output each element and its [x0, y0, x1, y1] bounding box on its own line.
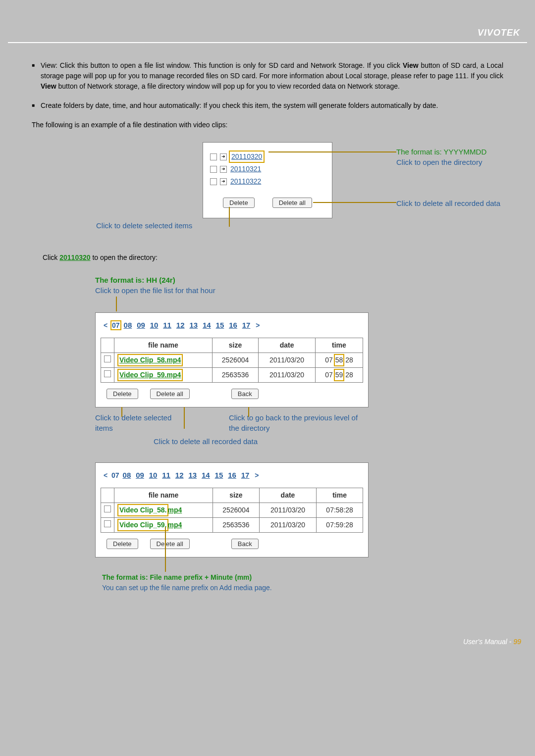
checkbox[interactable]: [104, 370, 111, 377]
cell-date: 2011/03/20: [259, 368, 316, 383]
cell-time: 07:58:28: [317, 503, 363, 518]
hour-link[interactable]: 12: [175, 471, 184, 479]
dir-row: ➜ 20110322: [210, 176, 325, 187]
back-button[interactable]: Back: [231, 389, 259, 399]
col-filename: file name: [114, 338, 213, 353]
cell-size: 2563536: [212, 368, 258, 383]
hour-link[interactable]: 14: [203, 321, 211, 329]
checkbox[interactable]: [210, 153, 217, 160]
callout-line: [268, 151, 396, 152]
cell-date: 2011/03/20: [259, 503, 316, 518]
annotation-mm-format: The format is: File name prefix + Minute…: [102, 572, 503, 593]
hour-link[interactable]: 10: [149, 471, 158, 479]
file-table: file name size date time Video Clip_58.m…: [101, 338, 363, 383]
col-size: size: [212, 338, 258, 353]
cell-date: 2011/03/20: [259, 353, 316, 368]
hour-link[interactable]: 08: [123, 471, 131, 479]
hour-link[interactable]: 11: [163, 321, 171, 329]
file-link[interactable]: Video Clip_59.mp4: [118, 521, 182, 529]
hour-07[interactable]: 07: [112, 321, 120, 329]
file-link[interactable]: Video Clip_58.mp4: [118, 506, 182, 514]
hour-link[interactable]: 12: [176, 321, 185, 329]
delete-button[interactable]: Delete: [107, 539, 138, 549]
annotation-row-2: Click to delete selected items Click to …: [95, 412, 373, 433]
callout-line: [116, 297, 117, 311]
figure-directory: ➜ 20110320 ➜ 20110321 ➜ 20110322 Delete …: [32, 142, 503, 218]
delete-all-button[interactable]: Delete all: [150, 539, 190, 549]
dir-link-20110320[interactable]: 20110320: [231, 152, 263, 160]
file-list-box-2: < 07 08 09 10 11 12 13 14 15 16 17 >: [95, 462, 369, 558]
checkbox[interactable]: [210, 166, 217, 173]
hour-07[interactable]: 07: [111, 471, 119, 479]
annotation-hh-format: The format is: HH (24r) Click to open th…: [95, 275, 503, 296]
cell-size: 2526004: [212, 353, 258, 368]
checkbox[interactable]: [210, 178, 217, 185]
col-date: date: [259, 338, 316, 353]
delete-button[interactable]: Delete: [223, 198, 255, 208]
hour-link[interactable]: 15: [216, 321, 224, 329]
page-footer: User's Manual - 99: [0, 613, 535, 660]
cell-time: 07 58 28: [315, 353, 363, 368]
hour-link[interactable]: 17: [242, 321, 251, 329]
delete-all-button[interactable]: Delete all: [150, 389, 190, 399]
callout-line: [229, 207, 230, 227]
header-rule: [8, 42, 527, 43]
hour-link[interactable]: 15: [215, 471, 223, 479]
table-row: Video Clip_58.mp4 2526004 2011/03/20 07 …: [101, 353, 363, 368]
annotation-format: The format is: YYYYMMDD Click to open th…: [396, 147, 535, 167]
file-link[interactable]: Video Clip_58.mp4: [119, 356, 181, 364]
file-list-box-1: < 07 08 09 10 11 12 13 14 15 16 17 >: [95, 312, 369, 408]
file-link[interactable]: Video Clip_59.mp4: [119, 371, 181, 379]
expand-icon[interactable]: ➜: [220, 153, 227, 160]
checkbox[interactable]: [104, 355, 111, 362]
hour-link[interactable]: 13: [189, 321, 198, 329]
checkbox[interactable]: [104, 505, 111, 512]
bullet-view: View: Click this button to open a file l…: [32, 60, 503, 92]
hour-link[interactable]: 09: [137, 321, 145, 329]
dir-link-20110322[interactable]: 20110322: [230, 176, 262, 187]
dir-row: ➜ 20110321: [210, 164, 325, 174]
cell-size: 2526004: [213, 503, 260, 518]
file-table: file name size date time Video Clip_58.m…: [101, 488, 363, 533]
hour-link[interactable]: 14: [202, 471, 210, 479]
page-header: VIVOTEK: [0, 0, 535, 46]
annotation-delete-all: Click to delete all recorded data: [396, 198, 535, 208]
checkbox[interactable]: [104, 520, 111, 527]
cell-size: 2563536: [213, 518, 260, 533]
hour-bar: < 07 08 09 10 11 12 13 14 15 16 17 >: [96, 320, 368, 338]
hour-link[interactable]: 10: [150, 321, 159, 329]
annotation-delete-selected: Click to delete selected items: [96, 220, 503, 232]
annotation-back: Click to go back to the previous level o…: [229, 412, 368, 433]
prev-arrow[interactable]: <: [102, 321, 109, 329]
dir-link-20110321[interactable]: 20110321: [230, 164, 262, 174]
intro-text: The following is an example of a file de…: [32, 120, 503, 130]
callout-line: [313, 202, 396, 203]
hour-link[interactable]: 16: [228, 471, 236, 479]
hour-bar: < 07 08 09 10 11 12 13 14 15 16 17 >: [96, 470, 368, 488]
next-arrow[interactable]: >: [253, 471, 261, 479]
delete-all-button[interactable]: Delete all: [272, 198, 312, 208]
link-20110320[interactable]: 20110320: [59, 253, 90, 261]
dir-row: ➜ 20110320: [210, 151, 325, 162]
back-button[interactable]: Back: [231, 539, 259, 549]
cell-date: 2011/03/20: [259, 518, 316, 533]
hour-link[interactable]: 17: [241, 471, 250, 479]
callout-line: [184, 407, 185, 429]
bullet-autofolders: Create folders by date, time, and hour a…: [32, 101, 503, 111]
directory-box: ➜ 20110320 ➜ 20110321 ➜ 20110322 Delete …: [203, 142, 332, 218]
table-row: Video Clip_59.mp4 2563536 2011/03/20 07:…: [101, 518, 363, 533]
col-filename: file name: [114, 488, 213, 503]
expand-icon[interactable]: ➜: [220, 178, 227, 185]
hour-link[interactable]: 16: [229, 321, 237, 329]
hour-link[interactable]: 13: [188, 471, 197, 479]
hour-link[interactable]: 09: [136, 471, 144, 479]
callout-line: [165, 527, 166, 572]
prev-arrow[interactable]: <: [102, 471, 109, 479]
cell-time: 07 59 28: [315, 368, 363, 383]
hour-link[interactable]: 11: [162, 471, 170, 479]
col-date: date: [259, 488, 316, 503]
delete-button[interactable]: Delete: [107, 389, 138, 399]
next-arrow[interactable]: >: [254, 321, 262, 329]
expand-icon[interactable]: ➜: [220, 166, 227, 173]
hour-link[interactable]: 08: [124, 321, 132, 329]
